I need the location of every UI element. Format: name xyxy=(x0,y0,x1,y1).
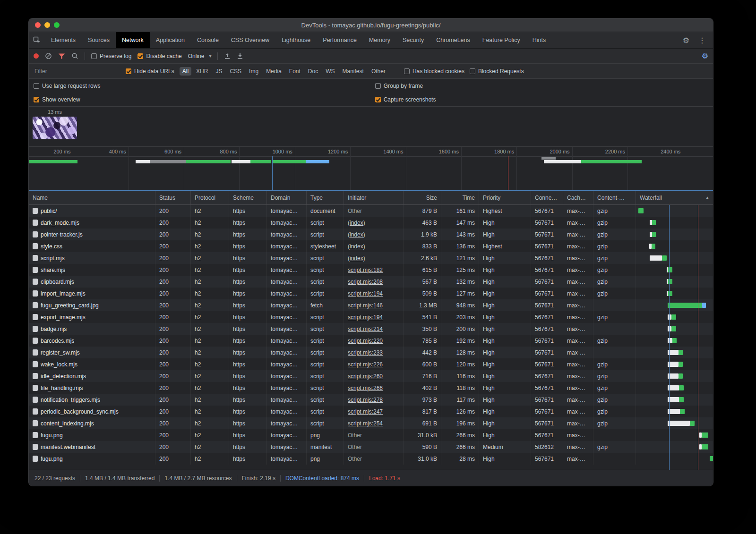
network-settings-gear-icon[interactable]: ⚙ xyxy=(702,51,708,60)
request-row[interactable]: idle_detection.mjs200h2httpstomayac…scri… xyxy=(29,370,713,382)
column-header-protocol[interactable]: Protocol xyxy=(191,191,229,204)
column-header-connection[interactable]: Conne… xyxy=(531,191,563,204)
has-blocked-cookies-checkbox[interactable]: Has blocked cookies xyxy=(404,68,464,75)
initiator-link[interactable]: script.mjs:194 xyxy=(348,290,383,297)
column-header-cache[interactable]: Cach… xyxy=(563,191,593,204)
initiator-link[interactable]: (index) xyxy=(348,255,365,262)
close-window-button[interactable] xyxy=(35,22,41,28)
request-row[interactable]: barcodes.mjs200h2httpstomayac…scriptscri… xyxy=(29,335,713,347)
column-header-name[interactable]: Name xyxy=(29,191,155,204)
request-row[interactable]: script.mjs200h2httpstomayac…script(index… xyxy=(29,252,713,264)
tab-chromelens[interactable]: ChromeLens xyxy=(430,32,476,48)
initiator-link[interactable]: (index) xyxy=(348,220,365,226)
filter-type-img[interactable]: Img xyxy=(246,67,261,76)
column-header-domain[interactable]: Domain xyxy=(267,191,307,204)
request-row[interactable]: fugu_greeting_card.jpg200h2httpstomayac…… xyxy=(29,299,713,311)
initiator-link[interactable]: script.mjs:233 xyxy=(348,349,383,356)
blocked-requests-checkbox[interactable]: Blocked Requests xyxy=(470,68,524,75)
filter-type-doc[interactable]: Doc xyxy=(305,67,321,76)
request-row[interactable]: dark_mode.mjs200h2httpstomayac…script(in… xyxy=(29,217,713,229)
request-row[interactable]: notification_triggers.mjs200h2httpstomay… xyxy=(29,394,713,406)
initiator-link[interactable]: script.mjs:220 xyxy=(348,338,383,344)
filmstrip-frame[interactable]: 13 ms xyxy=(33,109,77,139)
initiator-link[interactable]: script.mjs:208 xyxy=(348,279,383,285)
search-icon[interactable] xyxy=(71,52,78,59)
zoom-window-button[interactable] xyxy=(54,22,60,28)
throttling-select[interactable]: Online ▾ xyxy=(188,53,212,59)
filter-type-media[interactable]: Media xyxy=(263,67,284,76)
request-row[interactable]: periodic_background_sync.mjs200h2httpsto… xyxy=(29,406,713,417)
column-header-time[interactable]: Time xyxy=(441,191,479,204)
tab-performance[interactable]: Performance xyxy=(317,32,363,48)
request-row[interactable]: content_indexing.mjs200h2httpstomayac…sc… xyxy=(29,417,713,429)
initiator-link[interactable]: script.mjs:226 xyxy=(348,361,383,368)
column-header-size[interactable]: Size xyxy=(404,191,441,204)
tab-elements[interactable]: Elements xyxy=(45,32,82,48)
filmstrip-thumbnail[interactable] xyxy=(33,117,77,139)
use-large-request-rows-checkbox[interactable]: Use large request rows xyxy=(34,83,100,89)
tab-lighthouse[interactable]: Lighthouse xyxy=(275,32,317,48)
initiator-link[interactable]: script.mjs:266 xyxy=(348,385,383,391)
titlebar[interactable]: DevTools - tomayac.github.io/fugu-greeti… xyxy=(29,18,713,32)
initiator-link[interactable]: script.mjs:278 xyxy=(348,397,383,403)
tab-memory[interactable]: Memory xyxy=(363,32,396,48)
kebab-menu-icon[interactable]: ⋮ xyxy=(694,32,710,48)
request-row[interactable]: fugu.png200h2httpstomayac…pngOther31.0 k… xyxy=(29,453,713,465)
request-row[interactable]: pointer-tracker.js200h2httpstomayac…scri… xyxy=(29,229,713,240)
preserve-log-checkbox[interactable]: Preserve log xyxy=(91,53,131,59)
minimize-window-button[interactable] xyxy=(44,22,50,28)
tab-css-overview[interactable]: CSS Overview xyxy=(225,32,275,48)
column-header-type[interactable]: Type xyxy=(307,191,344,204)
tab-sources[interactable]: Sources xyxy=(82,32,116,48)
initiator-link[interactable]: script.mjs:247 xyxy=(348,408,383,415)
tab-console[interactable]: Console xyxy=(191,32,225,48)
request-row[interactable]: import_image.mjs200h2httpstomayac…script… xyxy=(29,288,713,299)
import-har-icon[interactable] xyxy=(224,53,231,59)
tab-security[interactable]: Security xyxy=(396,32,430,48)
initiator-link[interactable]: script.mjs:260 xyxy=(348,373,383,380)
initiator-link[interactable]: script.mjs:146 xyxy=(348,302,383,309)
request-row[interactable]: public/200h2httpstomayac…documentOther87… xyxy=(29,205,713,217)
request-row[interactable]: share.mjs200h2httpstomayac…scriptscript.… xyxy=(29,264,713,276)
column-header-scheme[interactable]: Scheme xyxy=(229,191,267,204)
settings-gear-icon[interactable]: ⚙ xyxy=(678,32,694,48)
request-row[interactable]: style.css200h2httpstomayac…stylesheet(in… xyxy=(29,240,713,252)
request-row[interactable]: register_sw.mjs200h2httpstomayac…scripts… xyxy=(29,347,713,358)
filter-type-xhr[interactable]: XHR xyxy=(193,67,211,76)
show-overview-checkbox[interactable]: Show overview xyxy=(34,96,80,103)
tab-feature-policy[interactable]: Feature Policy xyxy=(476,32,526,48)
clear-network-log-icon[interactable] xyxy=(45,52,52,59)
filter-type-other[interactable]: Other xyxy=(369,67,388,76)
initiator-link[interactable]: script.mjs:194 xyxy=(348,314,383,321)
record-network-log-button[interactable] xyxy=(34,53,39,59)
initiator-link[interactable]: (index) xyxy=(348,231,365,238)
tab-application[interactable]: Application xyxy=(150,32,191,48)
column-header-waterfall[interactable]: Waterfall▲ xyxy=(636,191,713,204)
capture-screenshots-checkbox[interactable]: Capture screenshots xyxy=(375,96,436,103)
filter-type-font[interactable]: Font xyxy=(286,67,303,76)
filter-input[interactable] xyxy=(34,68,120,75)
request-row[interactable]: badge.mjs200h2httpstomayac…scriptscript.… xyxy=(29,323,713,335)
filter-type-manifest[interactable]: Manifest xyxy=(340,67,367,76)
timeline-overview[interactable]: 200 ms400 ms600 ms800 ms1000 ms1200 ms14… xyxy=(29,147,713,190)
column-header-priority[interactable]: Priority xyxy=(479,191,531,204)
group-by-frame-checkbox[interactable]: Group by frame xyxy=(375,83,423,89)
filter-type-js[interactable]: JS xyxy=(213,67,225,76)
tab-hints[interactable]: Hints xyxy=(526,32,552,48)
hide-data-urls-checkbox[interactable]: Hide data URLs xyxy=(126,68,174,75)
filter-type-ws[interactable]: WS xyxy=(323,67,337,76)
column-header-status[interactable]: Status xyxy=(155,191,191,204)
request-row[interactable]: clipboard.mjs200h2httpstomayac…scriptscr… xyxy=(29,276,713,288)
filter-funnel-icon[interactable] xyxy=(58,53,65,59)
disable-cache-checkbox[interactable]: Disable cache xyxy=(137,53,181,59)
initiator-link[interactable]: script.mjs:182 xyxy=(348,267,383,273)
request-row[interactable]: file_handling.mjs200h2httpstomayac…scrip… xyxy=(29,382,713,394)
filter-type-all[interactable]: All xyxy=(180,67,191,76)
request-row[interactable]: wake_lock.mjs200h2httpstomayac…scriptscr… xyxy=(29,358,713,370)
export-har-icon[interactable] xyxy=(237,53,243,59)
column-header-initiator[interactable]: Initiator xyxy=(344,191,404,204)
request-row[interactable]: manifest.webmanifest200h2httpstomayac…ma… xyxy=(29,441,713,453)
filter-type-css[interactable]: CSS xyxy=(227,67,244,76)
request-row[interactable]: export_image.mjs200h2httpstomayac…script… xyxy=(29,311,713,323)
inspect-element-icon[interactable] xyxy=(29,32,45,48)
